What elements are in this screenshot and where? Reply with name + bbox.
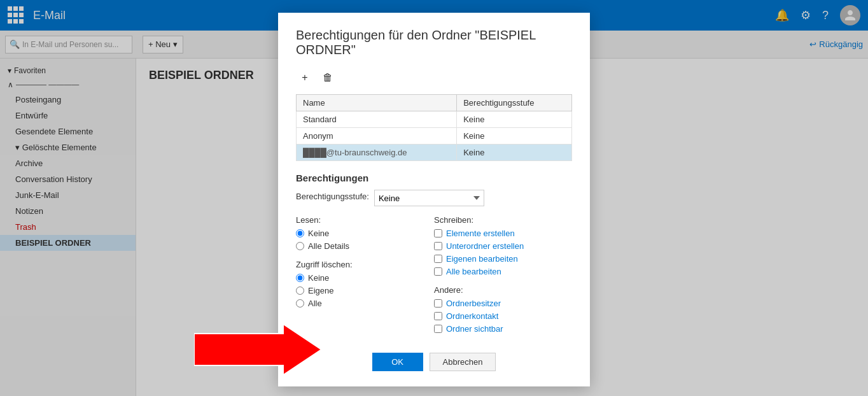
- table-row[interactable]: Standard Keine: [297, 111, 572, 128]
- schreiben-elemente-option[interactable]: Elemente erstellen: [434, 229, 572, 238]
- dialog-overlay: Berechtigungen für den Ordner "BEISPIEL …: [0, 0, 868, 396]
- andere-kontakt-option[interactable]: Ordnerkontakt: [434, 311, 572, 321]
- zugriff-alle-radio[interactable]: [296, 299, 304, 308]
- lesen-alle-option[interactable]: Alle Details: [296, 241, 434, 251]
- andere-check-group: Ordnerbesitzer Ordnerkontakt Ordner sich…: [434, 299, 572, 334]
- table-cell-level: Keine: [457, 111, 572, 128]
- table-cell-name: ████@tu-braunschweig.de: [297, 145, 457, 161]
- permission-level-select[interactable]: Keine Besitzer Herausgeber Autor Nichtbe…: [374, 190, 484, 206]
- zugriff-eigene-option[interactable]: Eigene: [296, 286, 434, 295]
- add-permission-button[interactable]: +: [296, 69, 314, 87]
- perm-col-right: Schreiben: Elemente erstellen Unterordne…: [434, 215, 572, 343]
- dialog-toolbar: + 🗑: [296, 69, 572, 87]
- dialog-footer: OK Abbrechen: [296, 353, 572, 371]
- schreiben-eigenen-check[interactable]: [434, 255, 442, 263]
- permissions-table: Name Berechtigungsstufe Standard Keine A…: [296, 94, 572, 161]
- level-label: Berechtigungsstufe:: [296, 192, 369, 201]
- zugriff-keine-option[interactable]: Keine: [296, 273, 434, 283]
- delete-permission-button[interactable]: 🗑: [319, 69, 337, 87]
- lesen-label: Lesen:: [296, 215, 434, 225]
- schreiben-unterordner-option[interactable]: Unterordner erstellen: [434, 241, 572, 251]
- schreiben-check-group: Elemente erstellen Unterordner erstellen…: [434, 229, 572, 276]
- zugriff-eigene-radio[interactable]: [296, 286, 304, 295]
- zugriff-keine-radio[interactable]: [296, 274, 304, 282]
- table-header-name: Name: [297, 95, 457, 111]
- dialog-title: Berechtigungen für den Ordner "BEISPIEL …: [296, 28, 572, 57]
- table-header-level: Berechtigungsstufe: [457, 95, 572, 111]
- lesen-keine-radio[interactable]: [296, 229, 304, 237]
- andere-kontakt-check[interactable]: [434, 312, 442, 320]
- lesen-radio-group: Keine Alle Details: [296, 229, 434, 251]
- table-cell-level: Keine: [457, 128, 572, 145]
- cancel-button[interactable]: Abbrechen: [430, 353, 496, 371]
- andere-besitzer-check[interactable]: [434, 299, 442, 308]
- lesen-keine-option[interactable]: Keine: [296, 229, 434, 238]
- andere-sichtbar-check[interactable]: [434, 325, 442, 333]
- schreiben-elemente-check[interactable]: [434, 229, 442, 237]
- table-row[interactable]: Anonym Keine: [297, 128, 572, 145]
- table-cell-name: Standard: [297, 111, 457, 128]
- ok-button[interactable]: OK: [372, 353, 423, 371]
- permission-level-row: Berechtigungsstufe: Keine Besitzer Herau…: [296, 190, 572, 206]
- permissions-section-title: Berechtigungen: [296, 173, 572, 183]
- andere-sichtbar-option[interactable]: Ordner sichtbar: [434, 324, 572, 334]
- table-cell-name: Anonym: [297, 128, 457, 145]
- permissions-columns: Lesen: Keine Alle Details Zugriff lösche…: [296, 215, 572, 343]
- schreiben-label: Schreiben:: [434, 215, 572, 225]
- schreiben-unterordner-check[interactable]: [434, 242, 442, 250]
- permissions-dialog: Berechtigungen für den Ordner "BEISPIEL …: [278, 13, 590, 386]
- zugriff-alle-option[interactable]: Alle: [296, 299, 434, 308]
- andere-besitzer-option[interactable]: Ordnerbesitzer: [434, 299, 572, 308]
- table-cell-level: Keine: [457, 145, 572, 161]
- zugriff-label: Zugriff löschen:: [296, 260, 434, 269]
- schreiben-alle-option[interactable]: Alle bearbeiten: [434, 267, 572, 276]
- zugriff-radio-group: Keine Eigene Alle: [296, 273, 434, 308]
- table-row-selected[interactable]: ████@tu-braunschweig.de Keine: [297, 145, 572, 161]
- andere-label: Andere:: [434, 285, 572, 295]
- lesen-alle-radio[interactable]: [296, 242, 304, 250]
- schreiben-alle-check[interactable]: [434, 267, 442, 276]
- perm-col-left: Lesen: Keine Alle Details Zugriff lösche…: [296, 215, 434, 343]
- schreiben-eigenen-option[interactable]: Eigenen bearbeiten: [434, 254, 572, 264]
